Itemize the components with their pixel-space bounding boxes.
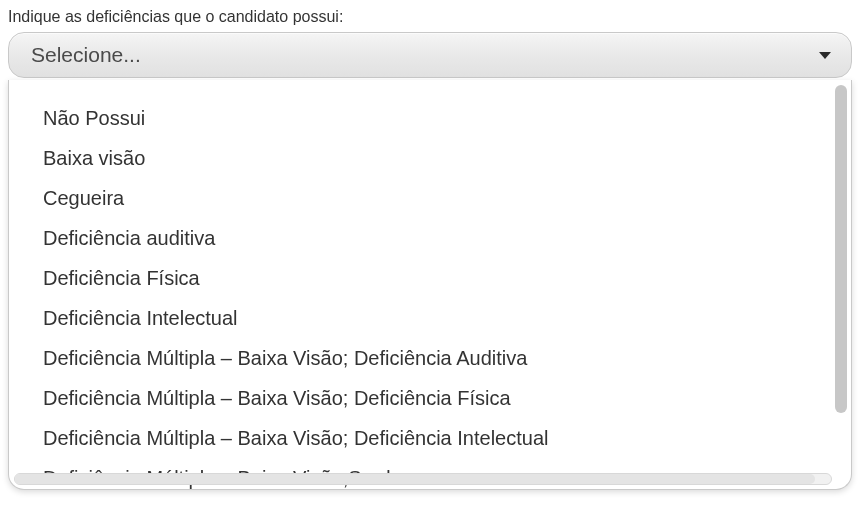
- field-label: Indique as deficiências que o candidato …: [8, 8, 852, 26]
- option-item[interactable]: Não Possui: [43, 98, 847, 138]
- option-item[interactable]: Cegueira: [43, 178, 847, 218]
- option-list: Não Possui Baixa visão Cegueira Deficiên…: [9, 80, 851, 489]
- scrollbar-thumb-vertical[interactable]: [835, 85, 847, 413]
- option-item[interactable]: Deficiência Física: [43, 258, 847, 298]
- option-item[interactable]: Deficiência Múltipla – Baixa Visão; Defi…: [43, 378, 847, 418]
- scrollbar-thumb-horizontal[interactable]: [15, 474, 815, 484]
- select-placeholder: Selecione...: [31, 43, 141, 67]
- select-wrapper: Selecione... Não Possui Baixa visão Cegu…: [8, 32, 852, 78]
- chevron-down-icon: [819, 52, 831, 59]
- scrollbar-horizontal[interactable]: [14, 473, 832, 485]
- option-item[interactable]: Deficiência Intelectual: [43, 298, 847, 338]
- option-item[interactable]: Deficiência auditiva: [43, 218, 847, 258]
- option-item[interactable]: Baixa visão: [43, 138, 847, 178]
- dropdown-panel: Não Possui Baixa visão Cegueira Deficiên…: [8, 80, 852, 490]
- option-item[interactable]: Deficiência Múltipla – Baixa Visão; Defi…: [43, 338, 847, 378]
- scrollbar-vertical[interactable]: [835, 85, 847, 466]
- option-item[interactable]: Deficiência Múltipla – Baixa Visão; Defi…: [43, 418, 847, 458]
- select-dropdown-button[interactable]: Selecione...: [8, 32, 852, 78]
